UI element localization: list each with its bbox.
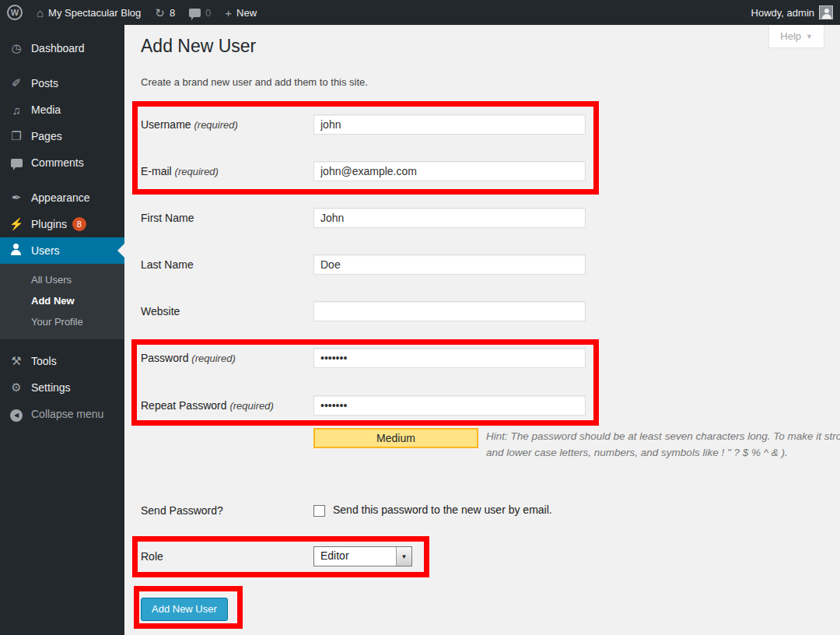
sidebar-item-label: Tools <box>31 355 57 367</box>
home-icon: ⌂ <box>37 7 44 19</box>
admin-bar: W ⌂ My Spectacular Blog ↻ 8 0 + New Howd… <box>0 0 840 25</box>
new-content-menu[interactable]: + New <box>218 0 264 25</box>
select-caret-icon: ▼ <box>396 547 411 566</box>
sidebar-item-appearance[interactable]: ✒ Appearance <box>0 184 124 211</box>
help-button[interactable]: Help ▼ <box>768 25 824 48</box>
sidebar-item-media[interactable]: ♫ Media <box>0 96 124 123</box>
howdy-label: Howdy, admin <box>751 7 814 19</box>
active-menu-arrow <box>117 244 124 258</box>
comments-count: 0 <box>205 7 211 19</box>
updates-count: 8 <box>170 7 175 19</box>
comments-bubble-icon <box>189 9 201 17</box>
sidebar-item-label: Media <box>31 103 61 116</box>
sidebar-item-dashboard[interactable]: ◷ Dashboard <box>0 35 124 61</box>
send-password-checkbox-label: Send this password to the new user by em… <box>333 502 552 518</box>
sidebar-item-comments[interactable]: Comments <box>0 149 124 176</box>
send-password-label: Send Password? <box>141 500 308 521</box>
sidebar-item-settings[interactable]: ⚙ Settings <box>0 374 124 401</box>
wp-logo-menu[interactable]: W <box>0 0 30 25</box>
wordpress-logo-icon: W <box>7 5 23 20</box>
email-label: E-mail (required) <box>141 161 308 182</box>
role-select-value: Editor <box>314 547 396 566</box>
avatar <box>819 5 833 19</box>
repeat-password-input[interactable] <box>313 395 586 416</box>
sidebar-item-posts[interactable]: ✐ Posts <box>0 70 124 96</box>
plugins-update-badge: 8 <box>72 217 86 231</box>
sidebar-item-pages[interactable]: ❐ Pages <box>0 123 124 149</box>
send-password-checkbox[interactable] <box>313 505 325 517</box>
sidebar-item-label: Posts <box>31 77 58 89</box>
sidebar-item-label: Collapse menu <box>31 408 103 420</box>
password-label: Password (required) <box>141 348 308 369</box>
page-title: Add New User <box>141 36 256 57</box>
plugins-icon: ⚡ <box>8 217 25 231</box>
sidebar-item-tools[interactable]: ⚒ Tools <box>0 348 124 374</box>
email-input[interactable] <box>313 161 586 181</box>
website-label: Website <box>141 301 308 321</box>
pages-icon: ❐ <box>8 129 25 143</box>
first-name-label: First Name <box>141 208 308 228</box>
updates-link[interactable]: ↻ 8 <box>148 0 182 25</box>
role-select[interactable]: Editor ▼ <box>313 546 412 567</box>
sidebar-item-label: Appearance <box>31 191 90 204</box>
site-name-link[interactable]: ⌂ My Spectacular Blog <box>30 0 148 25</box>
comments-icon <box>8 156 25 170</box>
chevron-down-icon: ▼ <box>806 33 813 40</box>
password-input[interactable] <box>313 348 586 368</box>
media-icon: ♫ <box>8 103 25 117</box>
collapse-icon: ◀ <box>8 406 25 422</box>
sidebar-item-label: Pages <box>31 130 62 142</box>
submenu-item-all-users[interactable]: All Users <box>0 269 124 290</box>
website-input[interactable] <box>313 301 586 321</box>
site-name-label: My Spectacular Blog <box>48 7 141 19</box>
dashboard-icon: ◷ <box>8 41 25 55</box>
password-hint: Hint: The password should be at least se… <box>486 428 840 461</box>
sidebar-item-collapse-menu[interactable]: ◀ Collapse menu <box>0 401 124 427</box>
last-name-input[interactable] <box>313 254 586 275</box>
users-icon <box>8 244 25 258</box>
sidebar-item-label: Settings <box>31 381 71 394</box>
username-input[interactable] <box>313 114 586 135</box>
first-name-input[interactable] <box>313 208 586 228</box>
admin-sidebar: ◷ Dashboard ✐ Posts ♫ Media ❐ Pages Comm… <box>0 25 124 635</box>
sidebar-item-label: Comments <box>31 156 84 169</box>
username-label: Username (required) <box>141 114 308 135</box>
comments-link[interactable]: 0 <box>182 0 218 25</box>
sidebar-item-plugins[interactable]: ⚡ Plugins 8 <box>0 211 124 237</box>
page-subtitle: Create a brand new user and add them to … <box>141 76 368 88</box>
new-label: New <box>236 7 257 19</box>
tools-icon: ⚒ <box>8 354 25 368</box>
role-label: Role <box>141 546 308 567</box>
submenu-item-your-profile[interactable]: Your Profile <box>0 311 124 332</box>
updates-icon: ↻ <box>155 7 165 19</box>
sidebar-item-label: Plugins <box>31 218 67 230</box>
my-account-menu[interactable]: Howdy, admin <box>744 0 840 25</box>
plus-icon: + <box>225 7 232 19</box>
repeat-password-label: Repeat Password (required) <box>141 395 308 416</box>
password-strength-meter: Medium <box>313 428 478 448</box>
sidebar-item-users[interactable]: Users <box>0 237 124 264</box>
help-label: Help <box>780 30 801 42</box>
users-submenu: All Users Add New Your Profile <box>0 264 124 339</box>
submenu-item-add-new[interactable]: Add New <box>0 290 124 311</box>
add-new-user-button[interactable]: Add New User <box>141 598 228 621</box>
appearance-icon: ✒ <box>8 191 25 205</box>
last-name-label: Last Name <box>141 254 308 275</box>
sidebar-item-label: Users <box>31 244 60 257</box>
main-content: Help ▼ Add New User Create a brand new u… <box>124 25 840 635</box>
posts-icon: ✐ <box>8 76 25 90</box>
settings-icon: ⚙ <box>8 381 25 395</box>
sidebar-item-label: Dashboard <box>31 42 85 54</box>
